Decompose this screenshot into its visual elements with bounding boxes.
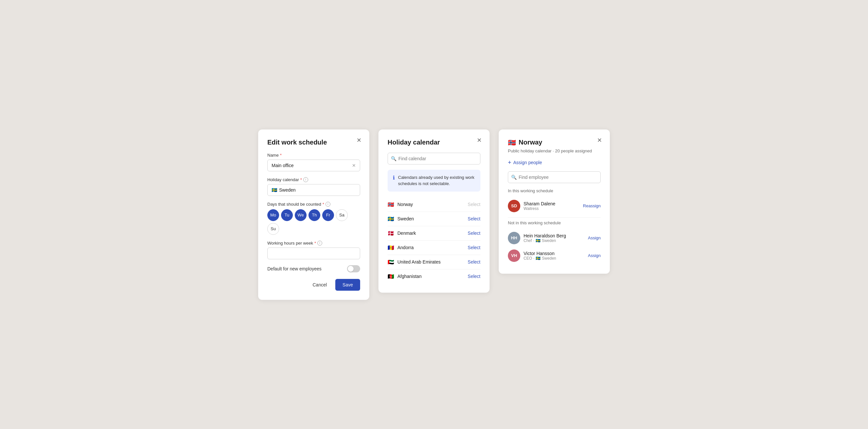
hours-required: *: [314, 241, 316, 246]
edit-card-footer: Cancel Save: [267, 279, 360, 291]
afghanistan-name: Afghanistan: [397, 274, 422, 279]
info-banner-text: Calendars already used by existing work …: [398, 174, 475, 187]
norway-name: Norway: [397, 202, 413, 207]
day-tuesday[interactable]: Tu: [281, 209, 293, 221]
days-required: *: [322, 202, 324, 207]
sharam-info: Sharam Dalene Waitress: [524, 201, 555, 211]
name-input-wrapper: Main office ✕: [267, 160, 360, 171]
hours-info-icon: i: [317, 241, 322, 246]
victor-avatar: VH: [508, 250, 520, 262]
victor-initials: VH: [511, 253, 517, 258]
day-thursday[interactable]: Th: [309, 209, 320, 221]
hein-assign-button[interactable]: Assign: [588, 235, 601, 240]
default-label: Default for new employees: [267, 266, 321, 271]
andorra-item-left: 🇦🇩 Andorra: [388, 245, 414, 251]
person-victor: VH Victor Hansson CEO · 🇸🇪 Sweden Assign: [508, 247, 601, 264]
name-input-value: Main office: [272, 163, 293, 168]
holiday-input-wrapper[interactable]: 🇸🇪 Sweden: [267, 184, 360, 196]
hein-info: Hein Haraldson Berg Chef · 🇸🇪 Sweden: [524, 233, 566, 243]
assign-plus-icon: +: [508, 159, 512, 166]
victor-name: Victor Hansson: [524, 251, 556, 256]
sweden-item-left: 🇸🇪 Sweden: [388, 216, 414, 222]
calendar-search-input[interactable]: [388, 153, 480, 165]
calendar-search-wrapper: 🔍: [388, 153, 480, 165]
day-monday[interactable]: Mo: [267, 209, 279, 221]
sharam-role: Waitress: [524, 206, 555, 211]
default-toggle[interactable]: [347, 265, 360, 273]
person-hein: HH Hein Haraldson Berg Chef · 🇸🇪 Sweden …: [508, 229, 601, 247]
calendar-item-uae: 🇦🇪 United Arab Emirates Select: [388, 255, 480, 269]
sharam-left: SD Sharam Dalene Waitress: [508, 200, 555, 212]
in-schedule-label: In this working schedule: [508, 188, 601, 193]
assign-people-button[interactable]: + Assign people: [508, 159, 542, 166]
victor-left: VH Victor Hansson CEO · 🇸🇪 Sweden: [508, 250, 556, 262]
norway-item-left: 🇳🇴 Norway: [388, 201, 413, 208]
uae-flag: 🇦🇪: [388, 259, 394, 265]
name-required: *: [280, 153, 282, 158]
days-label: Days that should be counted * i: [267, 202, 360, 207]
not-in-schedule-label: Not in this working schedule: [508, 220, 601, 225]
andorra-select-button[interactable]: Select: [468, 245, 480, 250]
default-toggle-row: Default for new employees: [267, 265, 360, 273]
norway-flag: 🇳🇴: [388, 201, 394, 208]
edit-card-title: Edit work schedule: [267, 139, 360, 146]
employee-search-input[interactable]: [508, 171, 601, 183]
hein-avatar: HH: [508, 232, 520, 244]
cancel-button[interactable]: Cancel: [307, 279, 332, 291]
afghanistan-flag: 🇦🇫: [388, 274, 394, 280]
denmark-name: Denmark: [397, 231, 416, 236]
andorra-flag: 🇦🇩: [388, 245, 394, 251]
divider: [508, 218, 601, 218]
calendar-item-sweden: 🇸🇪 Sweden Select: [388, 212, 480, 226]
afghanistan-item-left: 🇦🇫 Afghanistan: [388, 274, 422, 280]
holiday-flag: 🇸🇪: [272, 188, 277, 193]
day-saturday[interactable]: Sa: [336, 209, 348, 221]
page-container: Edit work schedule ✕ Name * Main office …: [238, 130, 630, 300]
afghanistan-select-button[interactable]: Select: [468, 274, 480, 279]
working-hours-group: Working hours per week * i: [267, 241, 360, 259]
holiday-display: 🇸🇪 Sweden: [272, 188, 296, 193]
holiday-card-title: Holiday calendar: [388, 139, 480, 146]
calendar-item-norway: 🇳🇴 Norway Select: [388, 198, 480, 212]
hein-role: Chef · 🇸🇪 Sweden: [524, 238, 566, 243]
holiday-calendar-card: Holiday calendar ✕ 🔍 ℹ Calendars already…: [378, 130, 490, 293]
name-field-group: Name * Main office ✕: [267, 153, 360, 171]
sweden-select-button[interactable]: Select: [468, 216, 480, 221]
calendar-item-denmark: 🇩🇰 Denmark Select: [388, 226, 480, 241]
holiday-value: Sweden: [279, 188, 296, 193]
norway-detail-card: 🇳🇴 Norway ✕ Public holiday calendar · 20…: [499, 130, 610, 274]
victor-assign-button[interactable]: Assign: [588, 253, 601, 258]
working-hours-input[interactable]: [267, 248, 360, 259]
edit-close-button[interactable]: ✕: [356, 137, 362, 144]
employee-search-wrapper: 🔍: [508, 171, 601, 183]
name-clear-button[interactable]: ✕: [352, 163, 356, 168]
sharam-reassign-button[interactable]: Reassign: [583, 203, 601, 208]
norway-card-flag: 🇳🇴: [508, 139, 516, 146]
sweden-name: Sweden: [397, 216, 414, 221]
sweden-flag: 🇸🇪: [388, 216, 394, 222]
uae-name: United Arab Emirates: [397, 259, 440, 264]
victor-role: CEO · 🇸🇪 Sweden: [524, 256, 556, 261]
save-button[interactable]: Save: [335, 279, 360, 291]
sharam-initials: SD: [511, 203, 517, 208]
norway-card-close-button[interactable]: ✕: [596, 137, 602, 144]
day-friday[interactable]: Fr: [322, 209, 334, 221]
calendar-search-icon: 🔍: [391, 156, 396, 161]
holiday-calendar-group: Holiday calendar * i 🇸🇪 Sweden: [267, 177, 360, 196]
employee-search-icon: 🔍: [511, 175, 517, 180]
calendar-item-afghanistan: 🇦🇫 Afghanistan Select: [388, 269, 480, 284]
denmark-item-left: 🇩🇰 Denmark: [388, 230, 416, 236]
hein-initials: HH: [511, 235, 517, 240]
day-sunday[interactable]: Su: [267, 223, 279, 235]
edit-work-schedule-card: Edit work schedule ✕ Name * Main office …: [258, 130, 369, 300]
holiday-close-button[interactable]: ✕: [476, 137, 483, 144]
denmark-select-button[interactable]: Select: [468, 231, 480, 236]
person-sharam: SD Sharam Dalene Waitress Reassign: [508, 197, 601, 215]
uae-select-button[interactable]: Select: [468, 259, 480, 264]
name-label: Name *: [267, 153, 360, 158]
sharam-name: Sharam Dalene: [524, 201, 555, 206]
day-wednesday[interactable]: We: [295, 209, 307, 221]
calendar-list: 🇳🇴 Norway Select 🇸🇪 Sweden Select 🇩🇰 Den…: [388, 198, 480, 284]
norway-select-button: Select: [468, 202, 480, 207]
sharam-avatar: SD: [508, 200, 520, 212]
